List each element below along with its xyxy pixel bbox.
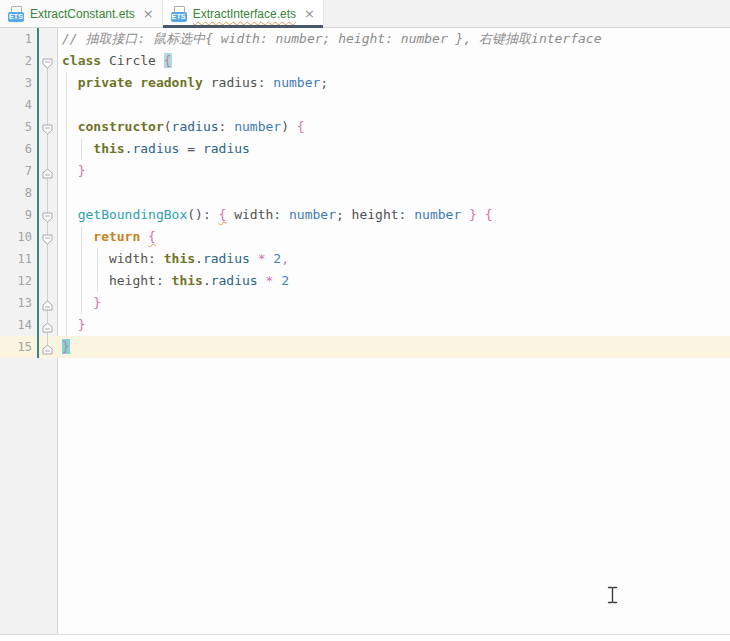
code-line[interactable]: } [0,160,730,182]
line-number[interactable]: 15 [0,336,32,358]
code-token-caret: } [62,339,70,354]
code-token-def: : [219,119,235,134]
code-token-ret: return [93,229,140,244]
editor-tab-bar: ETS ExtractConstant.ets × ETS ExtractInt… [0,0,730,28]
code-token-def [477,207,485,222]
code-token-ref: radius [203,251,250,266]
code-token-ref: radius [132,141,179,156]
code-lines: // 抽取接口: 鼠标选中{ width: number; height: nu… [0,28,730,358]
code-token-def [273,273,281,288]
code-token-def: Circle [101,53,164,68]
fold-open-icon[interactable] [42,121,53,132]
code-token-br: , [281,251,289,266]
line-number[interactable]: 6 [0,138,32,160]
code-token-brace-hl: { [164,53,172,68]
code-token-def [62,229,93,244]
line-number[interactable]: 13 [0,292,32,314]
code-token-def: (): [187,207,218,222]
line-number[interactable]: 12 [0,270,32,292]
fold-close-icon[interactable] [42,341,53,352]
close-tab-icon[interactable]: × [304,7,315,20]
code-line[interactable]: return { [0,226,730,248]
code-token-br: { [485,207,493,222]
code-token-typ: number [273,75,320,90]
code-token-def [62,317,78,332]
tab-extract-constant[interactable]: ETS ExtractConstant.ets × [0,0,163,27]
line-number[interactable]: 9 [0,204,32,226]
code-token-kw: this [93,141,124,156]
fold-open-icon[interactable] [42,55,53,66]
code-token-fn: getBoundingBox [78,207,188,222]
code-line[interactable]: constructor(radius: number) { [0,116,730,138]
code-token-def [250,251,258,266]
code-token-kw: class [62,53,101,68]
code-line[interactable]: private readonly radius: number; [0,72,730,94]
code-token-ref: radius [203,141,250,156]
fold-close-icon[interactable] [42,165,53,176]
line-number[interactable]: 4 [0,94,32,116]
code-line[interactable]: } [0,292,730,314]
code-line[interactable]: class Circle { [0,50,730,72]
fold-open-icon[interactable] [42,231,53,242]
code-token-def: width: [62,251,164,266]
code-token-def: height: [62,273,172,288]
code-line[interactable]: } [0,336,730,358]
line-number[interactable]: 11 [0,248,32,270]
tab-label: ExtractInterface.ets [193,7,296,21]
line-number[interactable]: 14 [0,314,32,336]
code-token-def: ) [281,119,297,134]
code-token-def [62,141,93,156]
code-editor[interactable]: // 抽取接口: 鼠标选中{ width: number; height: nu… [0,28,730,634]
line-number[interactable]: 5 [0,116,32,138]
code-line[interactable]: } [0,314,730,336]
line-number[interactable]: 2 [0,50,32,72]
line-number[interactable]: 8 [0,182,32,204]
code-token-def [258,273,266,288]
code-token-ref: radius [211,273,258,288]
code-token-br-sq: { [148,229,156,244]
close-tab-icon[interactable]: × [143,7,154,20]
line-number[interactable]: 7 [0,160,32,182]
code-line[interactable] [0,94,730,116]
line-number[interactable]: 1 [0,28,32,50]
code-token-br: } [93,295,101,310]
code-line[interactable]: width: this.radius * 2, [0,248,730,270]
code-token-kw: readonly [140,75,203,90]
code-line[interactable]: height: this.radius * 2 [0,270,730,292]
code-token-def: ; height: [336,207,414,222]
line-number[interactable]: 10 [0,226,32,248]
code-token-def: width: [226,207,289,222]
ets-file-icon: ETS [171,6,188,22]
code-token-br: * [258,251,266,266]
code-token-def: . [195,251,203,266]
code-token-def: radius: [203,75,273,90]
ets-badge: ETS [8,12,24,22]
code-token-com: // 抽取接口: 鼠标选中{ width: number; height: nu… [62,31,602,46]
code-token-br: } [469,207,477,222]
code-token-kw: private [78,75,133,90]
code-token-def [62,119,78,134]
code-token-def: ( [164,119,172,134]
code-line[interactable] [0,182,730,204]
code-token-def [62,163,78,178]
code-token-def [62,295,93,310]
code-line[interactable]: this.radius = radius [0,138,730,160]
code-line[interactable]: // 抽取接口: 鼠标选中{ width: number; height: nu… [0,28,730,50]
fold-close-icon[interactable] [42,319,53,330]
code-line[interactable]: getBoundingBox(): { width: number; heigh… [0,204,730,226]
code-token-num: 2 [281,273,289,288]
code-token-typ: number [414,207,461,222]
bottom-strip [0,634,730,641]
tab-extract-interface[interactable]: ETS ExtractInterface.ets × [163,0,324,27]
line-number[interactable]: 3 [0,72,32,94]
fold-close-icon[interactable] [42,297,53,308]
ets-badge: ETS [171,12,187,22]
code-token-kw: constructor [78,119,164,134]
code-token-def [461,207,469,222]
code-token-typ: number [289,207,336,222]
code-token-def: = [179,141,202,156]
fold-open-icon[interactable] [42,209,53,220]
code-token-kw: this [164,251,195,266]
mouse-cursor-ibeam [607,586,618,608]
vcs-added-stripe [37,28,39,358]
